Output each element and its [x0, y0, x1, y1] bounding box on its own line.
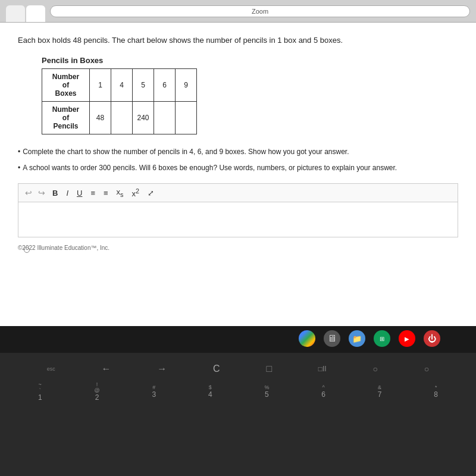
- boxes-val-2: 4: [111, 68, 133, 101]
- monitor-icon[interactable]: 🖥: [324, 330, 340, 347]
- pencils-val-5[interactable]: [176, 101, 197, 134]
- subscript-button[interactable]: xs: [114, 186, 127, 199]
- list2-button[interactable]: ≡: [101, 187, 111, 199]
- table-title: Pencils in Boxes: [42, 56, 458, 65]
- table-row-pencils: Number ofPencils 48 240: [42, 101, 197, 134]
- address-bar[interactable]: Zoom: [50, 5, 470, 17]
- tab-area: [6, 0, 45, 22]
- page-content: Each box holds 48 pencils. The chart bel…: [0, 23, 476, 351]
- list1-button[interactable]: ≡: [87, 187, 98, 199]
- browser-tab-2[interactable]: [26, 5, 45, 22]
- circle-indicator: [24, 247, 30, 253]
- italic-button[interactable]: I: [63, 187, 71, 199]
- key-circle[interactable]: ○: [372, 364, 377, 374]
- page-footer: ©2022 Illuminate Education™, Inc.: [18, 245, 458, 251]
- key-square[interactable]: □: [266, 364, 272, 374]
- keyboard-area: esc ← → C □ □II ○ ○ ~ ` 1 ! @ 2 # 3 $ 4 …: [0, 353, 476, 476]
- laptop-screen: Zoom Each box holds 48 pencils. The char…: [0, 0, 476, 351]
- problem-intro-text: Each box holds 48 pencils. The chart bel…: [18, 35, 458, 46]
- pencils-val-3: 240: [133, 101, 154, 134]
- key-caret-6[interactable]: ^ 6: [321, 384, 325, 399]
- power-icon[interactable]: ⏻: [424, 330, 440, 347]
- boxes-val-1: 1: [90, 68, 111, 101]
- question-2-text: •A school wants to order 300 pencils. Wi…: [18, 162, 458, 174]
- question-1-text: •Complete the chart to show the number o…: [18, 146, 458, 158]
- editor-toolbar: ↩ ↪ B I U ≡ ≡ xs x2 ⤢: [18, 183, 458, 202]
- bullet-1: •: [18, 148, 20, 156]
- keyboard-top-row: esc ← → C □ □II ○ ○: [0, 353, 476, 379]
- superscript-button[interactable]: x2: [129, 186, 143, 199]
- pencils-val-4[interactable]: [154, 101, 176, 134]
- table-row-boxes: Number ofBoxes 1 4 5 6 9: [42, 68, 197, 101]
- key-star-8[interactable]: * 8: [434, 384, 438, 399]
- key-tilde-1[interactable]: ~ ` 1: [38, 381, 42, 402]
- undo-button[interactable]: ↩: [23, 188, 34, 198]
- chrome-icon[interactable]: [299, 330, 315, 347]
- key-circle2[interactable]: ○: [424, 364, 429, 374]
- key-dollar-4[interactable]: $ 4: [208, 384, 212, 399]
- row-pencils-label: Number ofPencils: [42, 101, 90, 134]
- redo-button[interactable]: ↪: [36, 188, 47, 198]
- underline-button[interactable]: U: [74, 187, 85, 199]
- boxes-val-5: 9: [176, 68, 197, 101]
- browser-tab-1[interactable]: [6, 5, 25, 22]
- undo-redo-group: ↩ ↪: [23, 188, 47, 198]
- keyboard-main-row: ~ ` 1 ! @ 2 # 3 $ 4 % 5 ^ 6 & 7 *: [0, 379, 476, 404]
- taskbar: 🖥 📁 ⊞ ▶ ⏻: [0, 326, 476, 351]
- pencils-val-2[interactable]: [111, 101, 133, 134]
- key-hash-3[interactable]: # 3: [152, 384, 156, 399]
- editor-text-area[interactable]: [18, 202, 458, 237]
- key-left-arrow[interactable]: ←: [102, 364, 111, 374]
- youtube-icon[interactable]: ▶: [399, 330, 415, 347]
- files-icon[interactable]: 📁: [349, 330, 365, 347]
- key-amp-7[interactable]: & 7: [378, 384, 382, 399]
- key-exclaim-2[interactable]: ! @ 2: [94, 381, 99, 402]
- bullet-2: •: [18, 164, 20, 172]
- pencils-val-1: 48: [90, 101, 111, 134]
- expand-button[interactable]: ⤢: [145, 187, 157, 199]
- key-c[interactable]: C: [213, 364, 220, 374]
- bold-button[interactable]: B: [49, 187, 61, 199]
- key-percent-5[interactable]: % 5: [264, 384, 269, 399]
- sheets-icon[interactable]: ⊞: [374, 330, 390, 347]
- key-right-arrow[interactable]: →: [157, 364, 167, 374]
- questions-section: •Complete the chart to show the number o…: [18, 146, 458, 174]
- boxes-val-3: 5: [133, 68, 154, 101]
- row-boxes-label: Number ofBoxes: [42, 68, 90, 101]
- key-esc[interactable]: esc: [47, 366, 55, 372]
- boxes-val-4: 6: [154, 68, 176, 101]
- browser-chrome: Zoom: [0, 0, 476, 23]
- key-squarebars[interactable]: □II: [318, 365, 327, 373]
- pencils-table: Number ofBoxes 1 4 5 6 9 Number ofPencil…: [42, 68, 197, 134]
